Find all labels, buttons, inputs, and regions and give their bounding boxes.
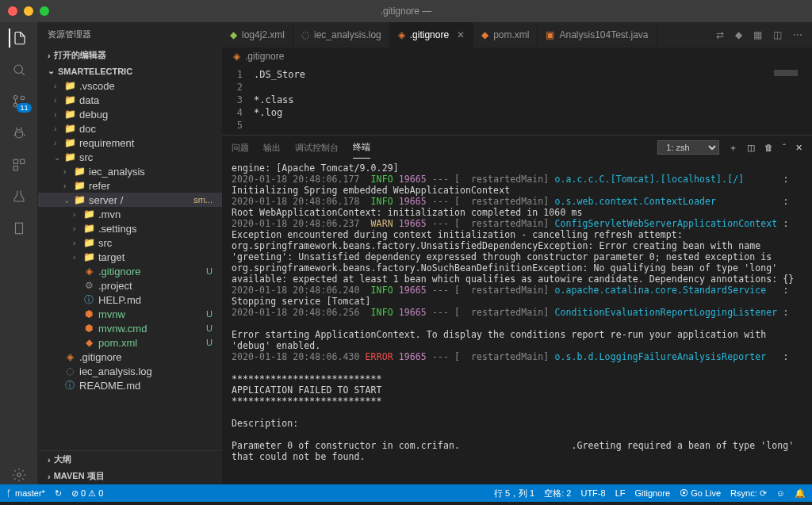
tree-item[interactable]: ›📁requirement bbox=[38, 136, 222, 150]
svg-point-8 bbox=[17, 473, 21, 477]
tree-item[interactable]: ›📁src bbox=[38, 235, 222, 250]
titlebar: .gitignore — bbox=[0, 0, 812, 22]
tab-debug-console[interactable]: 调试控制台 bbox=[295, 137, 339, 159]
tree-item[interactable]: ›📁.mvn bbox=[38, 207, 222, 221]
window-title: .gitignore — bbox=[381, 6, 432, 17]
status-bell[interactable]: 🔔 bbox=[795, 488, 806, 499]
status-golive[interactable]: ⦿ Go Live bbox=[680, 488, 721, 498]
layout-icon[interactable]: ◫ bbox=[773, 29, 782, 40]
tree-item[interactable]: ◆pom.xmlU bbox=[38, 335, 222, 350]
explorer-title: 资源管理器 bbox=[38, 22, 222, 47]
close-panel-icon[interactable]: ✕ bbox=[795, 143, 802, 153]
more-icon[interactable]: ⋯ bbox=[793, 29, 802, 40]
tree-item[interactable]: ⓘREADME.md bbox=[38, 378, 222, 392]
settings-icon[interactable] bbox=[10, 465, 29, 484]
svg-point-3 bbox=[13, 96, 17, 100]
editor-content[interactable]: 1.DS_Store23*.class4*.log5 bbox=[222, 65, 812, 135]
tree-item[interactable]: ›📁iec_analysis bbox=[38, 164, 222, 178]
status-bar: ᚶ master* ↻ ⊘ 0 ⚠ 0 行 5，列 1 空格: 2 UTF-8 … bbox=[0, 484, 812, 502]
test-icon[interactable] bbox=[10, 187, 29, 206]
status-spaces[interactable]: 空格: 2 bbox=[544, 488, 571, 499]
editor-tab[interactable]: ◆log4j2.xml bbox=[222, 22, 293, 48]
traffic-lights bbox=[8, 6, 49, 16]
status-feedback[interactable]: ☺ bbox=[776, 488, 785, 498]
tree-item[interactable]: ⓘHELP.md bbox=[38, 293, 222, 307]
tree-item[interactable]: ›📁target bbox=[38, 250, 222, 264]
svg-point-1 bbox=[21, 96, 25, 100]
status-language[interactable]: Gitignore bbox=[634, 488, 670, 498]
status-line-col[interactable]: 行 5，列 1 bbox=[494, 488, 534, 499]
tree-item[interactable]: ⌄📁src bbox=[38, 150, 222, 164]
split-editor-icon[interactable]: ▦ bbox=[753, 29, 762, 40]
file-tree: ›📁.vscode›📁data›📁debug›📁doc›📁requirement… bbox=[38, 78, 222, 450]
compare-icon[interactable]: ⇄ bbox=[716, 29, 724, 40]
open-preview-icon[interactable]: ◆ bbox=[735, 29, 742, 40]
svg-rect-7 bbox=[15, 223, 22, 234]
breadcrumb[interactable]: ◈ .gitignore bbox=[222, 48, 812, 65]
panel-tabs: 问题 输出 调试控制台 终端 1: zsh ＋ ◫ 🗑 ˆ ✕ bbox=[222, 136, 812, 159]
tree-item[interactable]: ◈.gitignoreU bbox=[38, 264, 222, 278]
breadcrumb-icon: ◈ bbox=[233, 51, 240, 62]
tab-bar: ◆log4j2.xml◌iec_analysis.log◈.gitignore✕… bbox=[222, 22, 812, 48]
debug-icon[interactable] bbox=[10, 124, 29, 143]
status-rsync[interactable]: Rsync: ⟳ bbox=[730, 488, 767, 499]
tree-item[interactable]: ›📁data bbox=[38, 93, 222, 107]
kill-terminal-icon[interactable]: 🗑 bbox=[764, 143, 773, 152]
terminal-select[interactable]: 1: zsh bbox=[657, 140, 719, 155]
close-window[interactable] bbox=[8, 6, 17, 16]
editor-tab[interactable]: ◌iec_analysis.log bbox=[293, 22, 390, 48]
tree-item[interactable]: ›📁doc bbox=[38, 121, 222, 136]
new-terminal-icon[interactable]: ＋ bbox=[729, 142, 737, 154]
svg-rect-6 bbox=[13, 166, 17, 170]
tab-output[interactable]: 输出 bbox=[263, 137, 281, 159]
tab-problems[interactable]: 问题 bbox=[232, 137, 249, 159]
explorer-icon[interactable] bbox=[9, 29, 28, 48]
svg-rect-5 bbox=[20, 159, 24, 163]
scm-badge: 11 bbox=[17, 103, 31, 113]
bookmark-icon[interactable] bbox=[10, 219, 29, 238]
maximize-panel-icon[interactable]: ˆ bbox=[783, 143, 786, 152]
editor-area: ◆log4j2.xml◌iec_analysis.log◈.gitignore✕… bbox=[222, 22, 812, 484]
svg-rect-4 bbox=[13, 159, 17, 163]
bottom-panel: 问题 输出 调试控制台 终端 1: zsh ＋ ◫ 🗑 ˆ ✕ engine: … bbox=[222, 135, 812, 484]
tree-item[interactable]: ›📁debug bbox=[38, 107, 222, 121]
editor-tab[interactable]: ▣Analysis104Test.java bbox=[538, 22, 657, 48]
status-eol[interactable]: LF bbox=[615, 488, 626, 498]
tree-item[interactable]: ⬢mvnw.cmdU bbox=[38, 321, 222, 335]
tree-item[interactable]: ⚙.project bbox=[38, 278, 222, 293]
tree-item[interactable]: ›📁refer bbox=[38, 178, 222, 193]
tree-item[interactable]: ◌iec_analysis.log bbox=[38, 364, 222, 378]
open-editors-section[interactable]: ›打开的编辑器 bbox=[38, 47, 222, 63]
activity-bar: 11 bbox=[0, 22, 38, 484]
breadcrumb-file: .gitignore bbox=[245, 51, 284, 62]
outline-section[interactable]: ›大纲 bbox=[38, 451, 222, 468]
maximize-window[interactable] bbox=[40, 6, 49, 16]
maven-section[interactable]: ›MAVEN 项目 bbox=[38, 468, 222, 484]
minimize-window[interactable] bbox=[24, 6, 33, 16]
tree-item[interactable]: ›📁.settings bbox=[38, 221, 222, 235]
project-section[interactable]: ⌄SMARTELECTRIC bbox=[38, 63, 222, 78]
tab-terminal[interactable]: 终端 bbox=[353, 136, 370, 159]
sidebar: 资源管理器 ›打开的编辑器 ⌄SMARTELECTRIC ›📁.vscode›📁… bbox=[38, 22, 222, 484]
terminal-output[interactable]: engine: [Apache Tomcat/9.0.29]2020-01-18… bbox=[222, 159, 812, 484]
status-branch[interactable]: ᚶ master* bbox=[6, 488, 45, 498]
close-tab-icon[interactable]: ✕ bbox=[457, 29, 465, 40]
split-terminal-icon[interactable]: ◫ bbox=[747, 143, 755, 153]
tree-item[interactable]: ⬢mvnwU bbox=[38, 307, 222, 321]
minimap[interactable] bbox=[774, 70, 798, 76]
tree-item[interactable]: ◈.gitignore bbox=[38, 350, 222, 364]
status-sync[interactable]: ↻ bbox=[55, 488, 62, 499]
tree-item[interactable]: ›📁.vscode bbox=[38, 78, 222, 93]
editor-tab[interactable]: ◈.gitignore✕ bbox=[390, 22, 473, 48]
extensions-icon[interactable] bbox=[10, 155, 29, 174]
scm-icon[interactable]: 11 bbox=[10, 92, 29, 111]
status-encoding[interactable]: UTF-8 bbox=[580, 488, 605, 498]
svg-point-0 bbox=[14, 65, 23, 74]
status-problems[interactable]: ⊘ 0 ⚠ 0 bbox=[71, 488, 103, 499]
tree-item[interactable]: ⌄📁server /sm... bbox=[38, 193, 222, 207]
editor-tab[interactable]: ◆pom.xml bbox=[473, 22, 538, 48]
search-icon[interactable] bbox=[10, 60, 29, 79]
